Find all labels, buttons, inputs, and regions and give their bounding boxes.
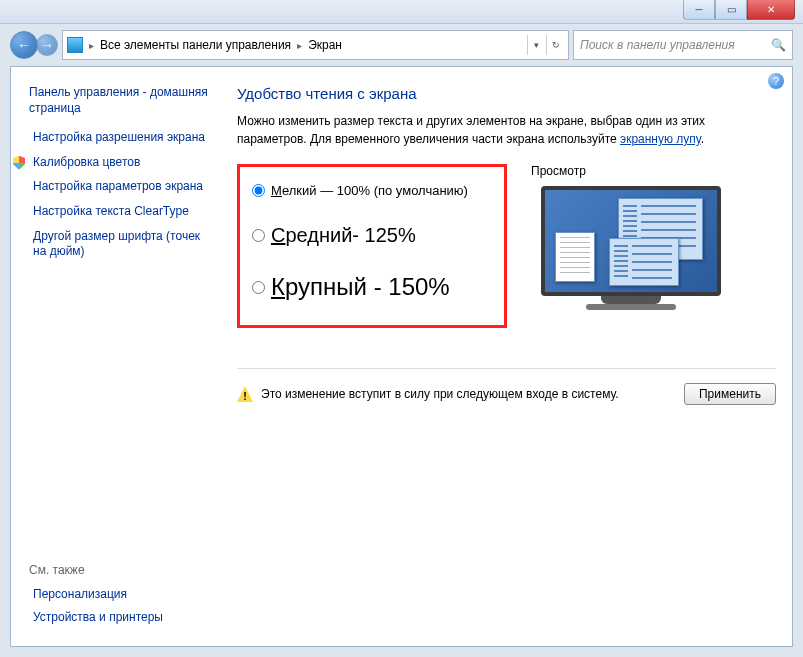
sidebar-item-calibration[interactable]: Калибровка цветов [29,155,211,171]
main-content: Удобство чтения с экрана Можно изменить … [221,67,792,646]
sidebar: Панель управления - домашняя страница На… [11,67,221,646]
search-placeholder: Поиск в панели управления [580,38,735,52]
radio-small-input[interactable] [252,184,265,197]
control-panel-icon [67,37,83,53]
address-bar: ← → ▸ Все элементы панели управления ▸ Э… [10,30,793,60]
sidebar-item-dpi[interactable]: Другой размер шрифта (точек на дюйм) [29,229,211,260]
page-description: Можно изменить размер текста и других эл… [237,112,776,148]
footer-row: ! Это изменение вступит в силу при следу… [237,368,776,405]
preview-column: Просмотр [531,164,731,328]
maximize-button[interactable]: ▭ [715,0,747,20]
radio-medium[interactable]: Средний- 125% [252,224,484,247]
chevron-right-icon: ▸ [89,40,94,51]
warning-icon: ! [237,386,253,402]
radio-large-input[interactable] [252,281,265,294]
refresh-icon[interactable]: ↻ [546,35,564,55]
dropdown-icon[interactable]: ▾ [527,35,545,55]
window-titlebar: ─ ▭ ✕ [0,0,803,24]
sidebar-item-display-params[interactable]: Настройка параметров экрана [29,179,211,195]
magnifier-link[interactable]: экранную лупу [620,132,701,146]
preview-label: Просмотр [531,164,731,178]
breadcrumb-parent[interactable]: Все элементы панели управления [100,38,291,52]
forward-button[interactable]: → [36,34,58,56]
search-input[interactable]: Поиск в панели управления 🔍 [573,30,793,60]
close-button[interactable]: ✕ [747,0,795,20]
preview-monitor-icon [531,186,731,326]
search-icon: 🔍 [771,38,786,52]
breadcrumb-current[interactable]: Экран [308,38,342,52]
radio-large[interactable]: Крупный - 150% [252,273,484,301]
sidebar-item-resolution[interactable]: Настройка разрешения экрана [29,130,211,146]
radio-small[interactable]: Мелкий — 100% (по умолчанию) [252,183,484,198]
back-button[interactable]: ← [10,31,38,59]
content-frame: ? Панель управления - домашняя страница … [10,66,793,647]
radio-medium-input[interactable] [252,229,265,242]
sidebar-item-devices[interactable]: Устройства и принтеры [29,610,163,626]
apply-button[interactable]: Применить [684,383,776,405]
size-options-group: Мелкий — 100% (по умолчанию) Средний- 12… [237,164,507,328]
chevron-right-icon: ▸ [297,40,302,51]
warning-text: Это изменение вступит в силу при следующ… [261,387,619,401]
sidebar-item-cleartype[interactable]: Настройка текста ClearType [29,204,211,220]
minimize-button[interactable]: ─ [683,0,715,20]
page-title: Удобство чтения с экрана [237,85,776,102]
breadcrumb-bar[interactable]: ▸ Все элементы панели управления ▸ Экран… [62,30,569,60]
control-panel-home-link[interactable]: Панель управления - домашняя страница [29,85,211,116]
see-also-label: См. также [29,563,163,577]
sidebar-item-personalization[interactable]: Персонализация [29,587,163,603]
